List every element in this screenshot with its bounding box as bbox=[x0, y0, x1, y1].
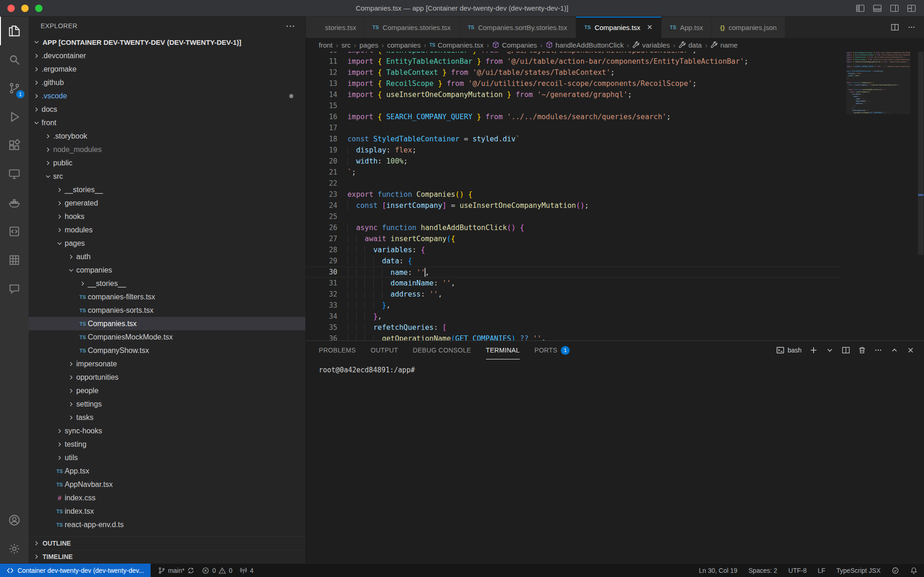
comment-icon[interactable] bbox=[0, 274, 29, 303]
tab-Companies.sortBy.stories.tsx[interactable]: TSCompanies.sortBy.stories.tsx bbox=[460, 17, 576, 38]
tab-stories.tsx[interactable]: stories.tsx bbox=[306, 17, 364, 38]
code-line-23[interactable]: 23export function Companies() { bbox=[306, 189, 841, 200]
tree-item-pages[interactable]: pages bbox=[29, 237, 305, 250]
title-bar[interactable]: Companies.tsx — app [Container dev-twent… bbox=[0, 0, 924, 17]
language-mode[interactable]: TypeScript JSX bbox=[836, 567, 881, 574]
tree-item-.vscode[interactable]: .vscode bbox=[29, 89, 305, 103]
tree-item-.storybook[interactable]: .storybook bbox=[29, 129, 305, 143]
explorer-more-actions-icon[interactable]: ⋯ bbox=[286, 20, 295, 31]
tab-companies.json[interactable]: {}companies.json bbox=[712, 17, 785, 38]
code-line-32[interactable]: 32 address: '', bbox=[306, 289, 841, 300]
dev-container-icon[interactable] bbox=[0, 217, 29, 246]
tree-item-index.css[interactable]: #index.css bbox=[29, 491, 305, 504]
code-line-22[interactable]: 22 bbox=[306, 178, 841, 189]
remote-indicator[interactable]: Container dev-twenty-dev (dev-twenty-dev… bbox=[0, 564, 151, 577]
tree-item-people[interactable]: people bbox=[29, 384, 305, 397]
tree-item-front[interactable]: front bbox=[29, 116, 305, 129]
tree-item-AppNavbar.tsx[interactable]: TSAppNavbar.tsx bbox=[29, 478, 305, 491]
tree-item-settings[interactable]: settings bbox=[29, 397, 305, 411]
tree-item-sync-hooks[interactable]: sync-hooks bbox=[29, 424, 305, 437]
code-line-18[interactable]: 18const StyledTableContainer = styled.di… bbox=[306, 134, 841, 145]
panel-tab-terminal[interactable]: TERMINAL bbox=[486, 341, 520, 359]
code-line-27[interactable]: 27 await insertCompany({ bbox=[306, 233, 841, 244]
terminal-content[interactable]: root@0a42ecd84891:/app# bbox=[306, 359, 924, 374]
toggle-panel-icon[interactable] bbox=[872, 3, 882, 13]
tree-item-opportunities[interactable]: opportunities bbox=[29, 370, 305, 384]
tree-item-companies-sorts.tsx[interactable]: TScompanies-sorts.tsx bbox=[29, 304, 305, 317]
breadcrumb-variables[interactable]: variables bbox=[632, 41, 670, 49]
code-line-15[interactable]: 15 bbox=[306, 100, 841, 111]
project-section-header[interactable]: APP [CONTAINER DEV-TWENTY-DEV (DEV-TWENT… bbox=[29, 35, 305, 49]
tree-item-CompanyShow.tsx[interactable]: TSCompanyShow.tsx bbox=[29, 344, 305, 357]
eol-selector[interactable]: LF bbox=[818, 567, 825, 574]
tab-Companies.tsx[interactable]: TSCompanies.tsx✕ bbox=[576, 17, 662, 38]
code-line-30[interactable]: 30 name: '', bbox=[306, 267, 841, 278]
tree-item-node_modules[interactable]: node_modules bbox=[29, 143, 305, 156]
tree-item-modules[interactable]: modules bbox=[29, 223, 305, 237]
code-line-12[interactable]: 12import { TableContext } from '@/ui/tab… bbox=[306, 67, 841, 78]
kill-terminal-icon[interactable] bbox=[858, 346, 866, 354]
encoding[interactable]: UTF-8 bbox=[788, 567, 807, 574]
breadcrumb-Companies[interactable]: Companies bbox=[492, 41, 537, 49]
code-line-21[interactable]: 21`; bbox=[306, 167, 841, 178]
code-line-19[interactable]: 19 display: flex; bbox=[306, 145, 841, 156]
close-window-button[interactable] bbox=[7, 5, 15, 12]
breadcrumb-companies[interactable]: companies bbox=[387, 41, 421, 49]
breadcrumb-handleAddButtonClick[interactable]: handleAddButtonClick bbox=[546, 41, 624, 49]
terminal-shell-selector[interactable]: bash bbox=[776, 346, 802, 354]
close-panel-icon[interactable] bbox=[906, 346, 915, 354]
code-line-35[interactable]: 35 refetchQueries: [ bbox=[306, 322, 841, 333]
zoom-window-button[interactable] bbox=[35, 5, 43, 12]
code-line-20[interactable]: 20 width: 100%; bbox=[306, 156, 841, 167]
code-line-13[interactable]: 13import { RecoilScope } from '@/ui/util… bbox=[306, 78, 841, 89]
split-terminal-icon[interactable] bbox=[842, 346, 850, 354]
cursor-position[interactable]: Ln 30, Col 19 bbox=[699, 567, 737, 574]
tree-item-generated[interactable]: generated bbox=[29, 196, 305, 210]
breadcrumb-pages[interactable]: pages bbox=[359, 41, 378, 49]
run-debug-icon[interactable] bbox=[0, 103, 29, 131]
minimize-window-button[interactable] bbox=[21, 5, 29, 12]
code-line-29[interactable]: 29 data: { bbox=[306, 255, 841, 267]
code-line-17[interactable]: 17 bbox=[306, 122, 841, 134]
breadcrumb-name[interactable]: name bbox=[711, 41, 738, 49]
editor-scrollbar[interactable] bbox=[918, 52, 924, 255]
grid-icon[interactable] bbox=[0, 246, 29, 274]
panel-tab-ports[interactable]: PORTS1 bbox=[535, 341, 570, 359]
tree-item-auth[interactable]: auth bbox=[29, 250, 305, 263]
branch-indicator[interactable]: main* bbox=[158, 567, 195, 574]
code-line-26[interactable]: 26 async function handleAddButtonClick()… bbox=[306, 222, 841, 233]
outline-section[interactable]: OUTLINE bbox=[29, 536, 305, 550]
minimap[interactable]: import { WithTopBarContainer } from '@/u… bbox=[846, 52, 910, 114]
code-line-25[interactable]: 25 bbox=[306, 211, 841, 222]
toggle-secondary-sidebar-icon[interactable] bbox=[889, 3, 900, 13]
more-actions-icon[interactable] bbox=[907, 23, 916, 31]
tab-App.tsx[interactable]: TSApp.tsx bbox=[662, 17, 712, 38]
tree-item-utils[interactable]: utils bbox=[29, 451, 305, 464]
settings-gear-icon[interactable] bbox=[0, 534, 29, 563]
tree-item-tasks[interactable]: tasks bbox=[29, 411, 305, 424]
tree-item-.ergomake[interactable]: .ergomake bbox=[29, 62, 305, 76]
code-line-10[interactable]: 10import { WithTopBarContainer } from '@… bbox=[306, 52, 841, 56]
terminal-dropdown-icon[interactable] bbox=[826, 346, 834, 354]
search-icon[interactable] bbox=[0, 45, 29, 74]
toggle-primary-sidebar-icon[interactable] bbox=[855, 3, 865, 13]
tree-item-CompaniesMockMode.tsx[interactable]: TSCompaniesMockMode.tsx bbox=[29, 330, 305, 344]
panel-tab-debug-console[interactable]: DEBUG CONSOLE bbox=[413, 341, 471, 359]
panel-tab-output[interactable]: OUTPUT bbox=[371, 341, 398, 359]
panel-tab-problems[interactable]: PROBLEMS bbox=[319, 341, 356, 359]
format-status[interactable] bbox=[892, 567, 899, 574]
tree-item-App.tsx[interactable]: TSApp.tsx bbox=[29, 464, 305, 478]
maximize-panel-icon[interactable] bbox=[890, 346, 899, 354]
docker-icon[interactable] bbox=[0, 188, 29, 217]
code-line-24[interactable]: 24 const [insertCompany] = useInsertOneC… bbox=[306, 200, 841, 211]
code-line-16[interactable]: 16import { SEARCH_COMPANY_QUERY } from '… bbox=[306, 111, 841, 122]
notifications[interactable] bbox=[910, 567, 918, 574]
code-lines[interactable]: 10import { WithTopBarContainer } from '@… bbox=[306, 52, 841, 340]
tree-item-hooks[interactable]: hooks bbox=[29, 210, 305, 223]
tree-item-__stories__[interactable]: __stories__ bbox=[29, 277, 305, 290]
explorer-icon[interactable] bbox=[0, 17, 29, 45]
tree-item-__stories__[interactable]: __stories__ bbox=[29, 183, 305, 196]
customize-layout-icon[interactable] bbox=[906, 3, 917, 13]
code-line-31[interactable]: 31 domainName: '', bbox=[306, 278, 841, 289]
breadcrumb-data[interactable]: data bbox=[679, 41, 702, 49]
